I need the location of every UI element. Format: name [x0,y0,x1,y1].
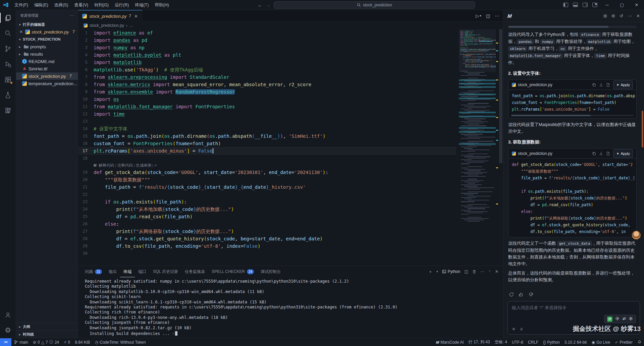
panel-tab-2[interactable]: 终端 [120,266,135,277]
panel-tab-0[interactable]: 问题31 [82,266,105,277]
new-file-icon[interactable] [606,152,610,156]
line-content[interactable]: import numpy as np [94,44,456,51]
line-content[interactable]: font_path = os.path.join(os.path.dirname… [94,132,456,140]
apply-button[interactable]: ✦Apply [613,80,633,89]
ime-item-0[interactable]: 中 [615,316,620,322]
testing-icon[interactable] [0,87,16,103]
source-control-icon[interactable] [0,41,16,56]
file-row[interactable]: ▸prompts [16,43,78,50]
timeline-section[interactable]: ▸ 时间线 [16,330,78,338]
panel-more-icon[interactable]: ⋯ [480,269,484,274]
breadcrumb[interactable]: stock_prediction.py › ... [78,22,503,29]
terminal-dropdown-icon[interactable]: ▾ [436,270,438,273]
kill-terminal-icon[interactable] [472,270,476,274]
outline-section[interactable]: ▸ 大纲 [16,323,78,330]
menubar-item-2[interactable]: 选择(S) [51,0,71,10]
ime-toolbar[interactable]: 拼 中⇄半 [604,315,636,323]
editor-more-icon[interactable]: ⋯ [495,13,499,18]
tab-stock-prediction[interactable]: stock_prediction.py 7 ✕ [78,10,142,22]
line-content[interactable]: def get_stock_data(stock_code='GOOGL', s… [94,169,456,176]
run-debug-icon[interactable] [0,56,16,72]
panel-tab-3[interactable]: 端口 [135,266,150,277]
customize-layout-icon[interactable] [592,3,597,7]
menubar-item-0[interactable]: 文件(F) [11,0,31,10]
open-editors-section[interactable]: ▾ 打开的编辑器 [16,21,78,28]
explorer-icon[interactable] [0,10,16,25]
toggle-panel-icon[interactable] [573,3,578,7]
close-panel-icon[interactable]: ✕ [495,269,498,274]
command-center-search[interactable]: stock_prediction [274,1,475,9]
prettier-status[interactable]: ✓Prettier [612,338,635,346]
minimap[interactable]: import efinance as efimport pandas as pd… [459,29,496,266]
toggle-secondary-sidebar-icon[interactable] [583,3,588,7]
terminal-output[interactable]: Requirement already satisfied: numpy in … [78,277,503,338]
minimize-button[interactable]: ─ [600,0,614,10]
panel-tab-5[interactable]: 任务监视器 [181,266,208,277]
minimap-slider[interactable] [459,29,496,72]
extensions-icon[interactable] [0,72,16,87]
ai-close-icon[interactable]: ✕ [636,13,640,18]
card-scrollbar[interactable] [511,115,634,116]
line-content[interactable]: from sklearn.metrics import mean_squared… [94,81,456,88]
history-icon[interactable]: ↺ [620,13,623,18]
menubar-item-4[interactable]: 转到(G) [91,0,112,10]
ai-more-icon[interactable]: ⋯ [628,13,632,18]
cursor-position[interactable]: 行 17, 列 43 [466,338,492,346]
menubar-item-6[interactable]: 终端(T) [132,0,152,10]
skills-icon[interactable]: ✳ [512,327,516,332]
line-content[interactable] [94,191,456,198]
tab-close-icon[interactable]: ✕ [134,14,138,19]
horizontal-scrollbar[interactable] [508,26,637,28]
codelens-dismiss-icon[interactable]: × [155,163,157,167]
line-content[interactable]: print(f"从本地加载{stock_code}的历史数据...") [94,206,456,213]
line-content[interactable]: from matplotlib.font_manager import Font… [94,103,456,110]
indentation[interactable]: 空格: 4 [492,338,509,346]
panel-tab-7[interactable]: 调试控制台 [257,266,284,277]
panel-tab-1[interactable]: 输出 [105,266,120,277]
thumbs-down-icon[interactable] [528,292,533,297]
codelens-action[interactable]: 注释代码 [117,163,133,167]
codelens-action[interactable]: 生成单测 [136,163,151,167]
docs-library-icon[interactable] [0,103,16,118]
line-content[interactable]: import pandas as pd [94,37,456,44]
line-content[interactable]: if os.path.exists(file_path): [94,198,456,206]
line-content[interactable]: from sklearn.ensemble import RandomFores… [94,88,456,96]
notifications-bell[interactable] [635,338,644,346]
user-avatar[interactable] [631,230,641,240]
regenerate-icon[interactable] [509,292,514,297]
line-content[interactable]: from sklearn.preprocessing import Standa… [94,73,456,81]
nav-forward-icon[interactable]: → [266,2,270,8]
eol-sequence[interactable]: CRLF [526,338,541,346]
line-content[interactable]: df = ef.stock.get_quote_history(stock_co… [94,235,456,242]
line-content[interactable]: import matplotlib.pyplot as plt [94,51,456,59]
line-content[interactable] [94,118,456,125]
thumbs-up-icon[interactable] [519,292,524,297]
account-icon[interactable] [0,307,16,323]
insert-code-icon[interactable] [599,83,603,87]
line-content[interactable]: plt.rcParams['axes.unicode_minus'] = Fal… [94,147,456,155]
encoding[interactable]: UTF-8 [509,338,526,346]
line-content[interactable]: import time [94,110,456,118]
search-view-icon[interactable] [0,25,16,41]
file-row[interactable]: ASimHei.ttf [16,65,78,72]
nav-back-icon[interactable]: ← [258,2,262,8]
menubar-item-5[interactable]: 运行(R) [112,0,132,10]
file-row[interactable]: stock_prediction.py7 [16,72,78,80]
panel-tab-4[interactable]: SQL 历史记录 [150,266,181,277]
line-content[interactable]: import matplotlib [94,59,456,66]
close-button[interactable]: ✕ [629,0,644,10]
split-terminal-icon[interactable]: ◫ [464,269,468,274]
panel-tab-6[interactable]: SPELL CHECKER24 [208,266,257,277]
open-editor-item[interactable]: ✕ stock_prediction.py 7 [16,28,78,36]
line-content[interactable]: df.to_csv(file_path, encoding='utf-8', i… [94,242,456,250]
line-content[interactable]: """获取股票数据""" [94,176,456,183]
new-terminal-icon[interactable]: ＋ [428,269,432,275]
insert-code-icon[interactable] [599,152,603,156]
maximize-button[interactable]: ▢ [614,0,629,10]
line-content[interactable]: import os [94,96,456,103]
new-chat-icon[interactable]: ⊞ [603,13,607,18]
copy-icon[interactable] [592,83,596,87]
ai-settings-gear-icon[interactable]: ⚙ [611,13,615,18]
new-file-icon[interactable] [606,83,610,87]
language-mode[interactable]: {}Python [541,338,562,346]
